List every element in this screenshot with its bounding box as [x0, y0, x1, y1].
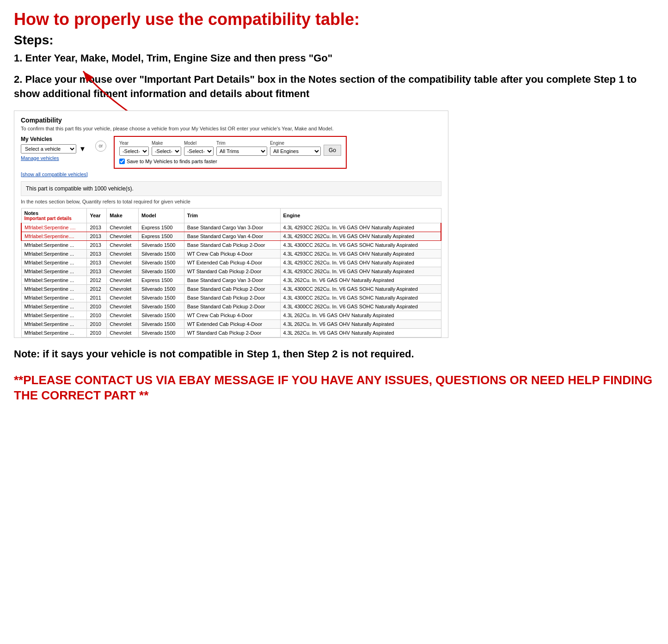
main-title: How to properly use the compatibility ta… [14, 9, 654, 29]
make-select[interactable]: -Select- [152, 147, 181, 156]
table-cell: Base Standard Cargo Van 3-Door [184, 223, 280, 232]
engine-label: Engine [270, 141, 321, 146]
table-cell: 4.3L 262Cu. In. V6 GAS OHV Naturally Asp… [280, 328, 441, 337]
notes-sub: Important part details [25, 216, 84, 221]
table-cell: Base Standard Cargo Van 3-Door [184, 276, 280, 284]
show-all-link[interactable]: [show all compatible vehicles] [21, 172, 88, 177]
table-cell: WT Crew Cab Pickup 4-Door [184, 311, 280, 319]
compat-mid-row: My Vehicles Select a vehicle ▼ Manage ve… [21, 136, 441, 178]
compatible-count-bar: This part is compatible with 1000 vehicl… [21, 181, 441, 196]
make-label: Make [152, 141, 181, 146]
table-cell: 4.3L 4300CC 262Cu. In. V6 GAS SOHC Natur… [280, 240, 441, 249]
engine-select[interactable]: All Engines [270, 147, 321, 156]
table-row: Mfrlabel:Serpentine ...2010ChevroletSilv… [21, 328, 441, 337]
table-header-row: Notes Important part details Year Make M… [21, 208, 441, 223]
table-cell: 4.3L 262Cu. In. V6 GAS OHV Naturally Asp… [280, 319, 441, 328]
table-cell: Silverado 1500 [139, 284, 184, 293]
table-cell: Mfrlabel:Serpentine ... [21, 258, 87, 267]
table-cell: Chevrolet [107, 319, 139, 328]
table-cell: Mfrlabel:Serpentine ... [21, 249, 87, 258]
table-row: Mfrlabel:Serpentine ...2013ChevroletSilv… [21, 249, 441, 258]
table-cell: WT Extended Cab Pickup 4-Door [184, 319, 280, 328]
table-cell: 2010 [87, 319, 107, 328]
table-cell: 4.3L 262Cu. In. V6 GAS OHV Naturally Asp… [280, 276, 441, 284]
table-cell: Chevrolet [107, 284, 139, 293]
table-cell: 4.3L 4293CC 262Cu. In. V6 GAS OHV Natura… [280, 258, 441, 267]
table-cell: 2013 [87, 258, 107, 267]
table-cell: WT Standard Cab Pickup 2-Door [184, 328, 280, 337]
table-cell: 4.3L 4293CC 262Cu. In. V6 GAS OHV Natura… [280, 232, 441, 240]
table-cell: Base Standard Cab Pickup 2-Door [184, 284, 280, 293]
manage-vehicles-link[interactable]: Manage vehicles [21, 155, 88, 161]
table-cell: 2013 [87, 223, 107, 232]
table-cell: 2013 [87, 267, 107, 276]
table-cell: Mfrlabel:Serpentine ... [21, 267, 87, 276]
table-cell: 2010 [87, 302, 107, 311]
table-cell: Silverado 1500 [139, 311, 184, 319]
my-vehicles-panel: My Vehicles Select a vehicle ▼ Manage ve… [21, 136, 88, 178]
table-cell: WT Standard Cab Pickup 2-Door [184, 267, 280, 276]
trim-select[interactable]: All Trims [216, 147, 267, 156]
table-row: Mfrlabel:Serpentine ...2010ChevroletSilv… [21, 311, 441, 319]
table-row: Mfrlabel:Serpentine ...2013ChevroletSilv… [21, 267, 441, 276]
step1-text: 1. Enter Year, Make, Model, Trim, Engine… [14, 52, 654, 64]
go-button[interactable]: Go [324, 145, 341, 156]
year-select[interactable]: -Select- [119, 147, 149, 156]
table-cell: 4.3L 4300CC 262Cu. In. V6 GAS SOHC Natur… [280, 284, 441, 293]
compat-title: Compatibility [21, 117, 441, 124]
table-cell: Chevrolet [107, 302, 139, 311]
year-field: Year -Select- [119, 141, 149, 156]
save-checkbox-label: Save to My Vehicles to finds parts faste… [127, 159, 217, 164]
compatibility-box: Compatibility To confirm that this part … [14, 110, 448, 338]
table-cell: Mfrlabel:Serpentine ... [21, 240, 87, 249]
table-row: Mfrlabel:Serpentine....2013ChevroletExpr… [21, 232, 441, 240]
table-cell: Chevrolet [107, 276, 139, 284]
table-cell: Silverado 1500 [139, 302, 184, 311]
or-circle: or [95, 141, 106, 152]
steps-title: Steps: [14, 33, 654, 48]
table-cell: Chevrolet [107, 293, 139, 302]
table-cell: 4.3L 4293CC 262Cu. In. V6 GAS OHV Natura… [280, 223, 441, 232]
table-cell: WT Crew Cab Pickup 4-Door [184, 249, 280, 258]
save-checkbox[interactable] [119, 159, 125, 164]
table-cell: 4.3L 4293CC 262Cu. In. V6 GAS OHV Natura… [280, 267, 441, 276]
th-make: Make [107, 208, 139, 223]
table-cell: Mfrlabel:Serpentine .... [21, 223, 87, 232]
table-cell: Silverado 1500 [139, 319, 184, 328]
table-cell: 2013 [87, 240, 107, 249]
table-cell: 4.3L 4300CC 262Cu. In. V6 GAS SOHC Natur… [280, 293, 441, 302]
my-vehicles-label: My Vehicles [21, 136, 88, 142]
table-cell: Chevrolet [107, 240, 139, 249]
select-vehicle-dropdown[interactable]: Select a vehicle [21, 144, 76, 153]
table-row: Mfrlabel:Serpentine ...2012ChevroletSilv… [21, 284, 441, 293]
table-cell: Mfrlabel:Serpentine ... [21, 284, 87, 293]
table-row: Mfrlabel:Serpentine ...2010ChevroletSilv… [21, 319, 441, 328]
table-cell: 2010 [87, 311, 107, 319]
table-cell: Base Standard Cab Pickup 2-Door [184, 302, 280, 311]
table-cell: Chevrolet [107, 249, 139, 258]
table-cell: Silverado 1500 [139, 258, 184, 267]
engine-field: Engine All Engines [270, 141, 321, 156]
compatibility-wrapper: Compatibility To confirm that this part … [14, 110, 654, 338]
th-notes: Notes Important part details [21, 208, 87, 223]
year-make-section: Year -Select- Make -Select- Model [114, 136, 347, 169]
contact-text: **PLEASE CONTACT US VIA EBAY MESSAGE IF … [14, 373, 654, 404]
table-row: Mfrlabel:Serpentine ...2013ChevroletSilv… [21, 258, 441, 267]
table-cell: Silverado 1500 [139, 267, 184, 276]
th-engine: Engine [280, 208, 441, 223]
table-body: Mfrlabel:Serpentine ....2013ChevroletExp… [21, 223, 441, 337]
table-cell: Base Standard Cab Pickup 2-Door [184, 293, 280, 302]
table-row: Mfrlabel:Serpentine ...2013ChevroletSilv… [21, 240, 441, 249]
model-select[interactable]: -Select- [184, 147, 214, 156]
table-cell: 2010 [87, 328, 107, 337]
table-row: Mfrlabel:Serpentine ...2010ChevroletSilv… [21, 302, 441, 311]
table-cell: 2013 [87, 232, 107, 240]
trim-label: Trim [216, 141, 267, 146]
table-cell: Express 1500 [139, 276, 184, 284]
in-notes-text: In the notes section below, Quantity ref… [21, 199, 441, 204]
table-cell: Chevrolet [107, 232, 139, 240]
table-cell: Silverado 1500 [139, 293, 184, 302]
compatibility-table: Notes Important part details Year Make M… [21, 208, 441, 337]
table-cell: Chevrolet [107, 223, 139, 232]
table-cell: 2012 [87, 284, 107, 293]
